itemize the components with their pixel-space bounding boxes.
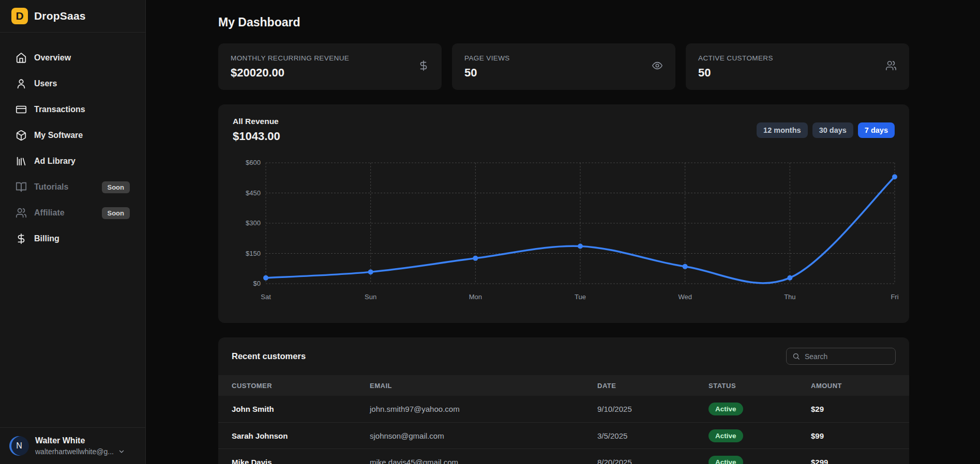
profile-text: Walter White walterhartwellwhite@g... [35, 436, 125, 456]
stat-value: 50 [698, 66, 773, 80]
column-header-email: EMAIL [370, 382, 597, 390]
data-point[interactable] [892, 174, 897, 179]
column-header-amount: AMOUNT [811, 382, 909, 390]
sidebar-item-billing[interactable]: Billing [8, 228, 137, 250]
search-input[interactable] [805, 352, 889, 361]
y-axis-tick-label: $600 [246, 159, 261, 166]
status-badge: Active [708, 403, 743, 415]
cell-date: 8/20/2025 [597, 458, 708, 464]
cell-email: mike.davis45@gmail.com [370, 458, 597, 464]
cell-customer: John Smith [218, 405, 370, 413]
sidebar-item-tutorials[interactable]: Tutorials Soon [8, 176, 137, 198]
sidebar-spacer [0, 250, 145, 427]
sidebar-item-label: Users [34, 79, 57, 88]
eye-icon [652, 60, 663, 71]
library-icon [16, 156, 27, 167]
profile-menu[interactable]: N Walter White walterhartwellwhite@g... [0, 427, 145, 464]
cell-amount: $299 [811, 458, 909, 464]
stat-text: ACTIVE CUSTOMERS 50 [698, 54, 773, 79]
sidebar-item-label: Affiliate [34, 208, 65, 218]
chart-total: $1043.00 [233, 130, 280, 143]
users-icon [16, 207, 27, 219]
book-open-icon [16, 181, 27, 193]
soon-badge: Soon [102, 181, 130, 193]
range-toggle-group: 12 months30 days7 days [757, 122, 895, 138]
data-point[interactable] [683, 264, 688, 269]
sidebar-item-my-software[interactable]: My Software [8, 125, 137, 146]
credit-card-icon [16, 104, 27, 115]
sidebar-item-label: Transactions [34, 105, 85, 114]
recent-customers-card: Recent customers CUSTOMEREMAILDATESTATUS… [218, 337, 909, 464]
sidebar-item-label: Ad Library [34, 157, 76, 166]
stat-text: MONTHLY RECURRING REVENUE $20020.00 [231, 54, 349, 79]
chevron-down-icon[interactable] [118, 448, 125, 455]
app-window: D DropSaas Overview Users Transactions M… [0, 0, 980, 464]
stat-card-active-customers: ACTIVE CUSTOMERS 50 [686, 43, 909, 90]
status-badge: Active [708, 429, 743, 442]
users-icon [885, 60, 897, 71]
cell-amount: $99 [811, 431, 909, 440]
column-header-date: DATE [597, 382, 708, 390]
revenue-line-chart: $0$150$300$450$600SatSunMonTueWedThuFri [233, 157, 895, 313]
stat-label: MONTHLY RECURRING REVENUE [231, 54, 349, 62]
table-row[interactable]: Sarah Johnson sjohnson@gmail.com 3/5/202… [218, 422, 909, 448]
table-title: Recent customers [232, 351, 306, 361]
range-button-12-months[interactable]: 12 months [757, 122, 808, 138]
column-header-status: STATUS [708, 382, 811, 390]
page-title: My Dashboard [218, 16, 909, 29]
range-button-7-days[interactable]: 7 days [858, 122, 895, 138]
sidebar-item-affiliate[interactable]: Affiliate Soon [8, 202, 137, 224]
customer-search[interactable] [786, 348, 896, 365]
avatar: N [9, 436, 29, 456]
cell-status: Active [708, 429, 811, 442]
y-axis-tick-label: $450 [246, 189, 261, 197]
dollar-icon [16, 233, 27, 244]
profile-name: Walter White [35, 436, 125, 445]
stat-text: PAGE VIEWS 50 [464, 54, 510, 79]
table-row[interactable]: Mike Davis mike.davis45@gmail.com 8/20/2… [218, 448, 909, 464]
stat-value: $20020.00 [231, 66, 349, 80]
data-point[interactable] [473, 256, 478, 261]
cell-customer: Sarah Johnson [218, 431, 370, 440]
range-button-30-days[interactable]: 30 days [812, 122, 853, 138]
stat-label: ACTIVE CUSTOMERS [698, 54, 773, 62]
brand-logo-icon: D [11, 8, 28, 24]
cell-amount: $29 [811, 405, 909, 413]
x-axis-tick-label: Mon [469, 293, 482, 301]
table-row[interactable]: John Smith john.smith97@yahoo.com 9/10/2… [218, 396, 909, 422]
sidebar-item-users[interactable]: Users [8, 73, 137, 95]
x-axis-tick-label: Thu [784, 293, 795, 301]
cell-status: Active [708, 403, 811, 415]
home-icon [16, 52, 27, 64]
data-point[interactable] [368, 269, 373, 274]
data-point[interactable] [787, 275, 792, 281]
table-header-row: CUSTOMEREMAILDATESTATUSAMOUNT [218, 375, 909, 396]
user-icon [16, 78, 27, 89]
x-axis-tick-label: Sat [261, 293, 271, 301]
revenue-chart-card: All Revenue $1043.00 12 months30 days7 d… [218, 104, 909, 323]
data-point[interactable] [263, 275, 268, 281]
table-body: John Smith john.smith97@yahoo.com 9/10/2… [218, 396, 909, 464]
cell-date: 9/10/2025 [597, 405, 708, 413]
dollar-icon [418, 60, 429, 71]
sidebar-item-overview[interactable]: Overview [8, 47, 137, 69]
sidebar-item-transactions[interactable]: Transactions [8, 99, 137, 120]
soon-badge: Soon [102, 207, 130, 219]
chart-heading: All Revenue $1043.00 [233, 117, 280, 143]
cell-email: john.smith97@yahoo.com [370, 405, 597, 413]
cell-email: sjohnson@gmail.com [370, 431, 597, 440]
stat-value: 50 [464, 66, 510, 80]
x-axis-tick-label: Tue [575, 293, 586, 301]
line-chart-svg: $0$150$300$450$600SatSunMonTueWedThuFri [233, 157, 896, 313]
cell-date: 3/5/2025 [597, 431, 708, 440]
sidebar-item-label: Billing [34, 234, 59, 243]
sidebar-item-ad-library[interactable]: Ad Library [8, 150, 137, 172]
chart-title: All Revenue [233, 117, 280, 126]
stat-label: PAGE VIEWS [464, 54, 510, 62]
y-axis-tick-label: $150 [246, 250, 261, 257]
x-axis-tick-label: Wed [678, 293, 692, 301]
x-axis-tick-label: Fri [891, 293, 898, 301]
main-content: My Dashboard MONTHLY RECURRING REVENUE $… [146, 0, 980, 464]
data-point[interactable] [578, 243, 583, 249]
package-icon [16, 130, 27, 141]
